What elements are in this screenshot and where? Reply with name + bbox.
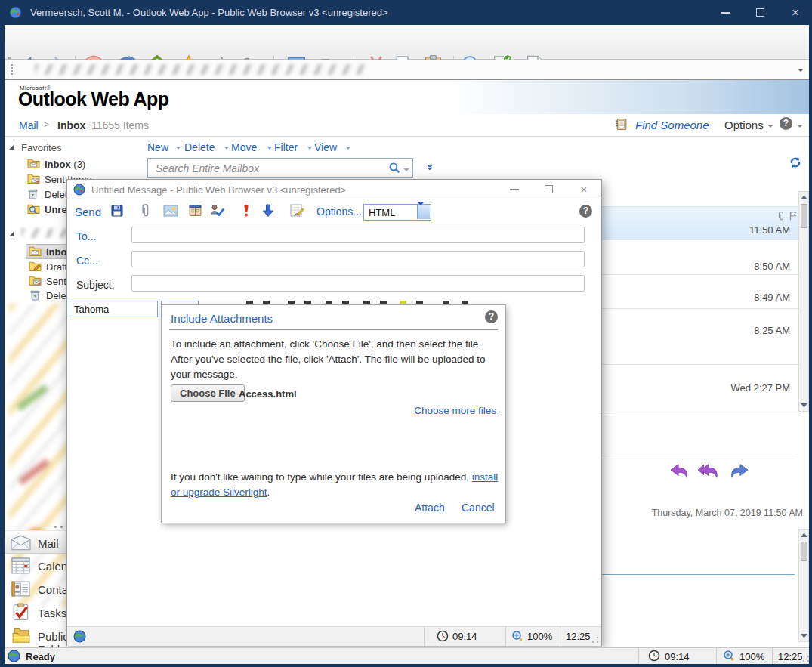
message-time: 11:50 AM bbox=[677, 224, 790, 236]
to-button[interactable]: To... bbox=[76, 230, 96, 242]
nav-item-public-folders[interactable]: Public Folders bbox=[5, 624, 71, 647]
mailbox-expand-icon[interactable] bbox=[9, 231, 14, 236]
mailbox-name-redacted bbox=[21, 228, 69, 238]
dialog-help-icon[interactable]: ? bbox=[485, 310, 498, 323]
maximize-button[interactable] bbox=[751, 6, 770, 20]
importance-low-icon[interactable] bbox=[261, 203, 275, 220]
address-book-compose-icon[interactable] bbox=[188, 204, 202, 219]
insert-image-icon[interactable] bbox=[163, 205, 178, 219]
status-globe-icon bbox=[73, 630, 86, 645]
close-button[interactable]: × bbox=[786, 6, 805, 20]
compose-minimize-button[interactable] bbox=[505, 184, 523, 196]
move-menu[interactable]: Move bbox=[231, 141, 257, 153]
scrollbar-thumb[interactable] bbox=[801, 204, 807, 228]
filter-menu[interactable]: Filter bbox=[274, 141, 298, 153]
view-menu[interactable]: View bbox=[314, 141, 337, 153]
search-icon[interactable] bbox=[388, 162, 401, 177]
browser-addressbar[interactable] bbox=[5, 60, 809, 80]
attach-button[interactable]: Attach bbox=[415, 502, 445, 514]
format-select-arrow-icon[interactable] bbox=[417, 205, 430, 219]
clock-icon bbox=[437, 630, 449, 644]
scroll-down-icon[interactable] bbox=[801, 634, 807, 638]
favorites-expand-icon[interactable] bbox=[9, 144, 14, 150]
window-border-left bbox=[0, 25, 5, 667]
cancel-button[interactable]: Cancel bbox=[462, 502, 495, 514]
scroll-up-icon[interactable] bbox=[801, 196, 807, 199]
format-select[interactable]: HTML bbox=[363, 204, 431, 221]
scroll-up-icon[interactable] bbox=[801, 533, 807, 537]
unread-search-folder-icon bbox=[27, 203, 40, 216]
favorites-header[interactable]: Favorites bbox=[21, 142, 61, 153]
addressbar-dropdown-icon[interactable] bbox=[798, 69, 804, 72]
nav-item-mail[interactable]: Mail bbox=[5, 530, 71, 554]
options-menu[interactable]: Options bbox=[724, 119, 764, 131]
message-time: Wed 2:27 PM bbox=[677, 382, 790, 394]
check-names-icon[interactable] bbox=[209, 203, 224, 220]
find-someone-link[interactable]: Find Someone bbox=[635, 119, 709, 131]
search-scope-caret-icon[interactable] bbox=[403, 168, 409, 171]
importance-high-icon[interactable] bbox=[240, 203, 252, 220]
contacts-nav-icon bbox=[11, 580, 30, 600]
options-button[interactable]: Options... bbox=[316, 205, 362, 218]
nav-item-tasks[interactable]: Tasks bbox=[5, 601, 71, 624]
splitter-dot[interactable] bbox=[54, 526, 57, 528]
compose-close-button[interactable]: × bbox=[575, 184, 593, 196]
owa-logo: Outlook Web App bbox=[18, 88, 168, 110]
list-refresh-icon[interactable] bbox=[789, 156, 802, 171]
compose-maximize-button[interactable] bbox=[540, 184, 558, 196]
reply-icon[interactable] bbox=[669, 462, 689, 481]
nav-item-calendar[interactable]: Calendar bbox=[5, 554, 71, 577]
scrollbar-thumb[interactable] bbox=[801, 542, 807, 561]
save-icon[interactable] bbox=[110, 204, 124, 220]
forward-message-icon[interactable] bbox=[730, 462, 749, 481]
minimize-button[interactable] bbox=[716, 6, 736, 20]
message-time: 8:50 AM bbox=[677, 261, 790, 272]
compose-statusbar: 09:14 100% 12:25 bbox=[67, 626, 601, 646]
attach-file-icon[interactable] bbox=[139, 203, 151, 221]
cc-button[interactable]: Cc... bbox=[76, 255, 98, 267]
status-time: 09:14 bbox=[665, 651, 690, 662]
splitter-dot2[interactable] bbox=[60, 526, 63, 528]
delete-menu[interactable]: Delete bbox=[184, 141, 215, 153]
new-menu[interactable]: New bbox=[147, 141, 168, 153]
options-caret-icon[interactable] bbox=[767, 125, 773, 128]
deleted-items-icon bbox=[27, 188, 39, 202]
flag-icon[interactable] bbox=[789, 211, 798, 224]
message-time: 8:25 AM bbox=[677, 325, 790, 336]
message-time: 8:49 AM bbox=[677, 292, 790, 303]
owa-help-icon[interactable]: ? bbox=[780, 117, 792, 130]
choose-more-files-link[interactable]: Choose more files bbox=[414, 405, 496, 416]
search-input[interactable]: Search Entire Mailbox bbox=[147, 158, 413, 178]
resize-grip[interactable] bbox=[591, 636, 599, 644]
message-list-scrollbar[interactable] bbox=[798, 191, 809, 412]
nav-item-contacts[interactable]: Contacts bbox=[5, 577, 71, 601]
subject-label: Subject: bbox=[76, 279, 115, 291]
reply-all-icon[interactable] bbox=[696, 462, 719, 481]
breadcrumb-mail[interactable]: Mail bbox=[19, 119, 39, 131]
sidebar-item-inbox-favorite[interactable]: Inbox (3) bbox=[45, 159, 85, 170]
font-family-value: Tahoma bbox=[74, 304, 109, 315]
address-text-redacted bbox=[35, 64, 367, 75]
calendar-nav-icon bbox=[11, 557, 30, 576]
search-placeholder: Search Entire Mailbox bbox=[156, 162, 259, 174]
ready-globe-icon bbox=[8, 650, 20, 665]
scroll-down-icon[interactable] bbox=[801, 403, 807, 407]
subject-input[interactable] bbox=[131, 275, 585, 292]
compose-help-icon[interactable]: ? bbox=[579, 205, 592, 218]
reading-pane-scrollbar[interactable] bbox=[798, 529, 809, 642]
signature-icon[interactable] bbox=[289, 203, 304, 220]
format-select-value: HTML bbox=[369, 207, 395, 218]
zoom-icon bbox=[723, 650, 735, 664]
deleted-items-icon2 bbox=[29, 289, 41, 303]
help-caret-icon[interactable] bbox=[797, 125, 803, 128]
choose-file-button[interactable]: Choose File bbox=[171, 384, 245, 402]
search-expand-chevron-icon[interactable]: » bbox=[425, 164, 437, 170]
compose-title: Untitled Message - Public Web Browser v3… bbox=[91, 184, 346, 196]
cc-input[interactable] bbox=[131, 251, 585, 267]
compose-status-time: 09:14 bbox=[452, 631, 477, 642]
status-bar: Ready 09:14 100% 12:25 bbox=[0, 647, 812, 664]
font-family-select[interactable]: Tahoma bbox=[69, 301, 158, 317]
send-button[interactable]: Send bbox=[75, 205, 101, 218]
to-input[interactable] bbox=[131, 227, 585, 243]
attachment-icon bbox=[776, 211, 785, 224]
